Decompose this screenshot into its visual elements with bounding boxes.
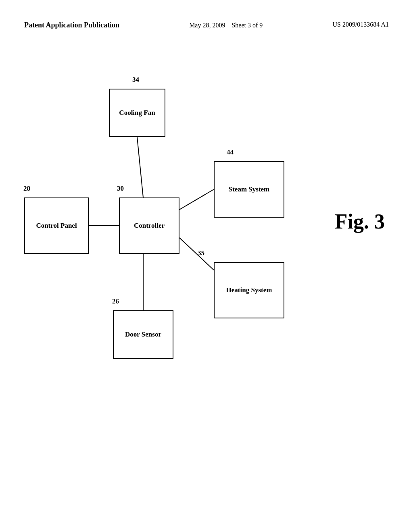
- cooling-fan-box: Cooling Fan: [109, 89, 165, 137]
- steam-system-box: Steam System: [214, 161, 284, 218]
- svg-line-0: [137, 137, 143, 197]
- publication-number: US 2009/0133684 A1: [332, 20, 389, 29]
- ref-30: 30: [117, 185, 124, 193]
- page-header: Patent Application Publication May 28, 2…: [0, 20, 413, 31]
- control-panel-label: Control Panel: [36, 221, 77, 231]
- heating-system-label: Heating System: [226, 285, 272, 295]
- ref-44: 44: [227, 148, 234, 156]
- heating-system-box: Heating System: [214, 262, 284, 318]
- pub-date: May 28, 2009: [189, 22, 225, 29]
- cooling-fan-label: Cooling Fan: [119, 108, 155, 118]
- controller-label: Controller: [134, 221, 165, 231]
- publication-title: Patent Application Publication: [24, 20, 119, 30]
- door-sensor-box: Door Sensor: [113, 310, 173, 359]
- diagram-lines: [0, 64, 413, 532]
- svg-line-3: [179, 238, 214, 270]
- publication-date-sheet: May 28, 2009 Sheet 3 of 9: [189, 20, 263, 31]
- diagram-area: Cooling Fan 34 Controller 30 Control Pan…: [0, 64, 413, 532]
- control-panel-box: Control Panel: [24, 197, 89, 254]
- sheet-info: Sheet 3 of 9: [232, 22, 263, 29]
- ref-34: 34: [132, 76, 139, 84]
- door-sensor-label: Door Sensor: [125, 330, 161, 339]
- controller-box: Controller: [119, 197, 179, 254]
- steam-system-label: Steam System: [229, 185, 270, 194]
- figure-label: Fig. 3: [335, 210, 385, 233]
- ref-35: 35: [198, 249, 204, 257]
- ref-28: 28: [23, 185, 30, 193]
- fig-text: Fig. 3: [335, 210, 385, 233]
- svg-line-2: [179, 189, 214, 210]
- ref-26: 26: [112, 297, 119, 305]
